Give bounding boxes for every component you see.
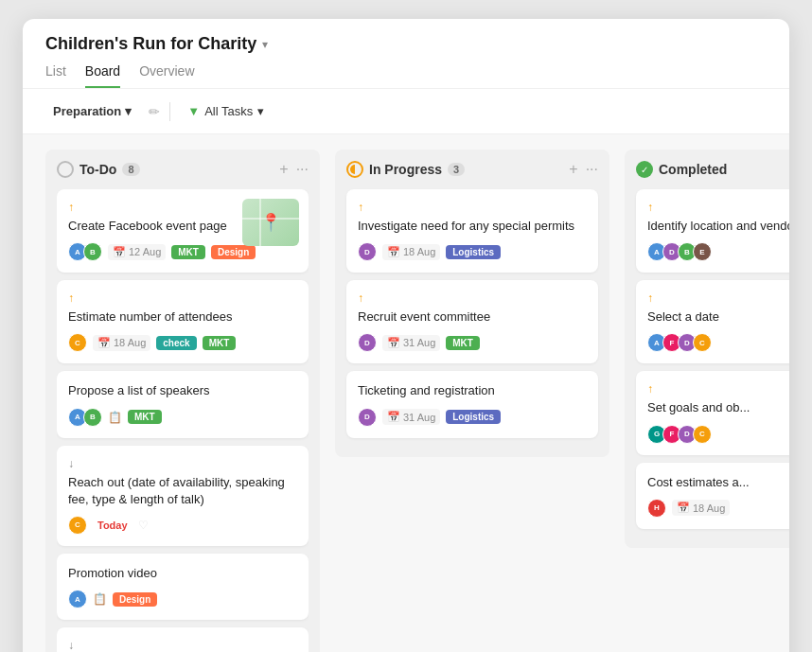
column-completed: ✓ Completed + ··· ↑ Identify location an…	[625, 150, 789, 548]
avatar-group: D	[358, 408, 377, 427]
tag-mkt: MKT	[446, 336, 480, 350]
calendar-icon: 📅	[97, 337, 111, 349]
priority-up-icon: ↑	[647, 291, 653, 305]
tag-logistics: Logistics	[446, 410, 501, 424]
column-inprogress-header: In Progress 3 + ···	[346, 161, 598, 178]
avatar-group: A D B E	[647, 242, 712, 261]
card-cold-email: ↓ Cold email outreach A B	[57, 627, 309, 652]
card-title: Promotion video	[68, 565, 297, 582]
date-badge: 📅 31 Aug	[382, 409, 440, 425]
inprogress-more-button[interactable]: ···	[586, 161, 598, 178]
avatar: D	[358, 333, 377, 352]
tag-check: check	[156, 336, 196, 350]
avatar-group: A B	[68, 408, 102, 427]
avatar: C	[693, 425, 712, 444]
card-title: Identify location and vendors	[647, 218, 789, 235]
avatar: C	[68, 333, 87, 352]
card-identify-location: ↑ Identify location and vendors A D B E	[636, 189, 789, 273]
card-title: Investigate need for any special permits	[358, 218, 587, 235]
card-reach-out: ↓ Reach out (date of availability, speak…	[57, 446, 309, 546]
card-ticketing: Ticketing and registration D 📅 31 Aug Lo…	[346, 371, 598, 437]
tag-mkt: MKT	[171, 245, 205, 259]
inprogress-title: In Progress	[369, 162, 442, 177]
filter-button[interactable]: ▼ All Tasks ▾	[180, 100, 272, 122]
todo-title: To-Do	[79, 162, 116, 177]
heart-icon: ♡	[138, 519, 149, 532]
card-title: Select a date	[647, 308, 789, 326]
date-badge: 📅 18 Aug	[93, 335, 150, 351]
board-area: To-Do 8 + ··· 📍 ↑	[23, 134, 789, 652]
avatar: B	[83, 242, 102, 261]
avatar-group: D	[358, 242, 377, 261]
date-value: 12 Aug	[129, 246, 161, 257]
date-badge: 📅 12 Aug	[108, 244, 166, 260]
tab-overview[interactable]: Overview	[139, 63, 194, 88]
avatar: D	[358, 242, 377, 261]
completed-status-icon: ✓	[636, 161, 653, 178]
completed-title: Completed	[659, 162, 727, 177]
card-title: Ticketing and registration	[358, 382, 587, 399]
card-special-permits: ↑ Investigate need for any special permi…	[346, 189, 598, 273]
inprogress-add-button[interactable]: +	[569, 161, 577, 178]
avatar: H	[647, 499, 666, 518]
nav-tabs: List Board Overview	[45, 63, 767, 88]
toolbar: Preparation ▾ ✏ ▼ All Tasks ▾	[23, 89, 789, 134]
avatar: C	[68, 516, 87, 535]
card-estimate-attendees: ↑ Estimate number of attendees C 📅 18 Au…	[57, 280, 309, 363]
card-title: Estimate number of attendees	[68, 308, 297, 326]
map-pin-icon: 📍	[260, 212, 281, 233]
avatar-group: H	[647, 499, 666, 518]
date-badge: 📅 18 Aug	[382, 244, 440, 260]
filter-label: All Tasks	[204, 104, 253, 118]
edit-icon[interactable]: ✏	[149, 104, 160, 119]
column-inprogress: In Progress 3 + ··· ↑ Investigate need f…	[335, 150, 609, 457]
priority-up-icon: ↑	[358, 201, 363, 214]
avatar: B	[83, 408, 102, 427]
date-value: 18 Aug	[114, 337, 146, 348]
section-label: Preparation	[53, 104, 121, 118]
header: Children's Run for Charity ▾ List Board …	[23, 19, 789, 89]
calendar-icon: 📅	[677, 502, 690, 514]
todo-count: 8	[122, 163, 139, 176]
todo-add-button[interactable]: +	[279, 161, 288, 178]
toolbar-divider	[169, 102, 170, 121]
attach-icon: 📋	[93, 592, 107, 606]
date-value: 18 Aug	[693, 502, 725, 514]
card-title: Cost estimates a...	[647, 474, 789, 491]
tag-design: Design	[211, 245, 256, 259]
card-set-goals: ↑ Set goals and ob... G F D C	[636, 371, 789, 454]
tab-list[interactable]: List	[45, 63, 66, 88]
avatar-group: C	[68, 333, 87, 352]
card-select-date: ↑ Select a date A F D C	[636, 280, 789, 363]
column-todo: To-Do 8 + ··· 📍 ↑	[45, 150, 320, 652]
avatar: C	[693, 333, 712, 352]
date-value: 31 Aug	[403, 337, 435, 348]
avatar-group: D	[358, 333, 377, 352]
date-badge: 📅 18 Aug	[672, 500, 730, 516]
tab-board[interactable]: Board	[85, 63, 120, 88]
priority-up-icon: ↑	[68, 201, 74, 214]
avatar: A	[68, 590, 87, 608]
card-title: Recruit event committee	[358, 308, 587, 326]
todo-status-icon	[57, 161, 74, 178]
title-dropdown-icon[interactable]: ▾	[262, 38, 268, 51]
card-title: Reach out (date of availability, speakin…	[68, 474, 297, 508]
priority-down-icon: ↓	[68, 457, 74, 470]
tag-design: Design	[113, 592, 157, 607]
attach-icon: 📋	[108, 411, 122, 424]
todo-more-button[interactable]: ···	[296, 161, 309, 178]
date-value: 31 Aug	[403, 412, 435, 423]
avatar: E	[693, 242, 712, 261]
tag-mkt: MKT	[203, 336, 237, 350]
section-selector[interactable]: Preparation ▾	[45, 100, 139, 122]
tag-mkt: MKT	[128, 410, 162, 424]
inprogress-status-icon	[346, 161, 363, 178]
section-chevron: ▾	[125, 104, 132, 118]
priority-up-icon: ↑	[647, 201, 653, 214]
priority-up-icon: ↑	[68, 291, 74, 305]
calendar-icon: 📅	[113, 246, 126, 258]
avatar-group: A F D C	[647, 333, 712, 352]
priority-down-icon: ↓	[68, 639, 74, 652]
card-cost-estimates: Cost estimates a... H 📅 18 Aug	[636, 463, 789, 529]
card-title: Set goals and ob...	[647, 399, 789, 416]
